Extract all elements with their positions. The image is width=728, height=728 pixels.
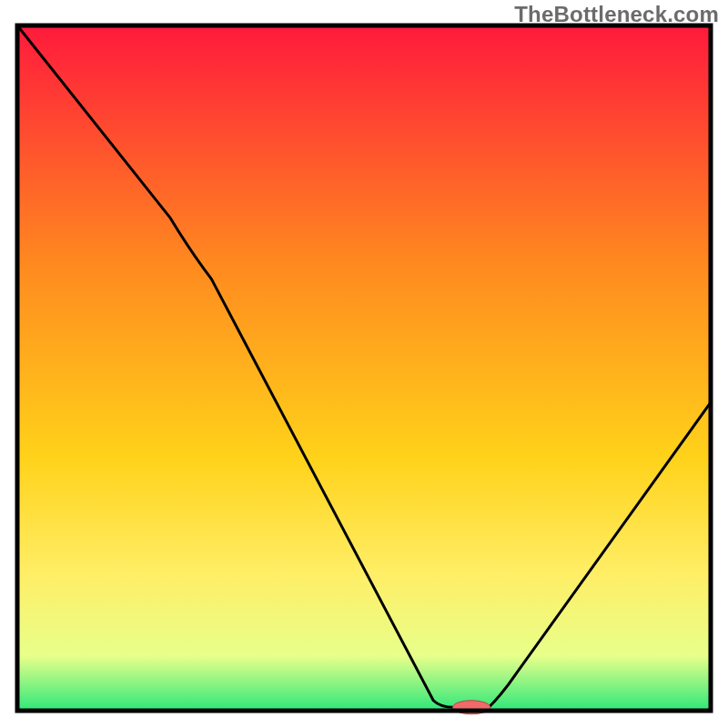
watermark-text: TheBottleneck.com [514, 2, 719, 27]
chart-background [17, 25, 711, 711]
chart-stage: TheBottleneck.com [0, 0, 728, 728]
bottleneck-chart [0, 0, 728, 728]
